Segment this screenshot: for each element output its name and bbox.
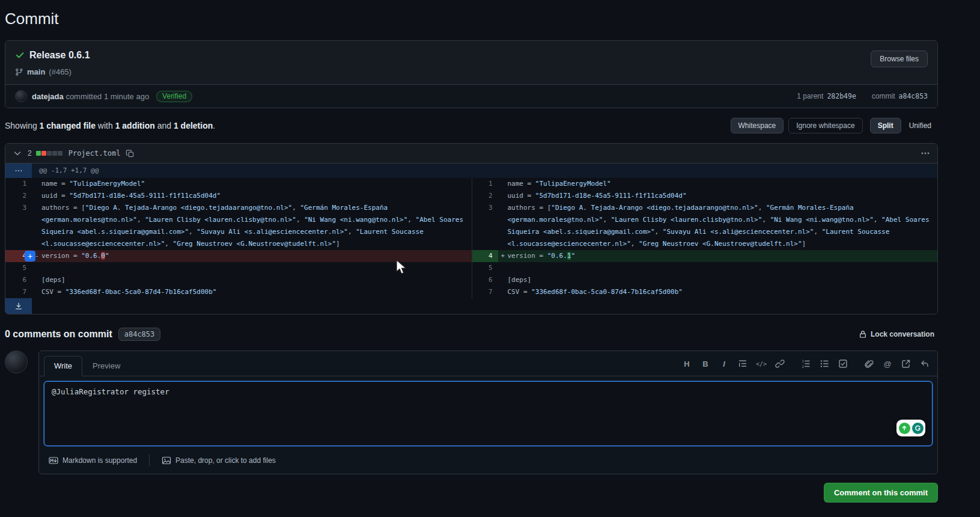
markdown-supported-link[interactable]: Markdown is supported [45,455,141,466]
collapse-file-chevron-icon[interactable] [11,147,23,159]
parent-label: 1 parent [797,92,823,100]
parent-sha-link[interactable]: 282b49e [827,92,856,100]
unified-view-button[interactable]: Unified [902,118,938,133]
comment-on-commit-button[interactable]: Comment on this commit [824,483,938,503]
attach-files-button[interactable]: Paste, drop, or click to add files [158,455,279,466]
diff-code-line[interactable]: name = "TulipaEnergyModel" [498,178,938,190]
code-icon[interactable]: </> [753,356,769,372]
diff-rows: 1name = "TulipaEnergyModel"1name = "Tuli… [5,178,937,298]
diffstat-square-deletion [41,151,46,156]
grammarly-logo-icon[interactable] [912,423,924,434]
diffstat-square-neutral [58,151,62,156]
diff-row: 4-version = "0.6.0"+4+version = "0.6.1" [5,250,937,262]
diff-code-line[interactable]: uuid = "5d7bd171-d18e-45a5-9111-f1f11ca5… [32,190,472,202]
verified-badge[interactable]: Verified [156,91,192,102]
svg-text:2: 2 [802,364,805,369]
diff-row: 2uuid = "5d7bd171-d18e-45a5-9111-f1f11ca… [5,190,937,202]
grammarly-apply-icon[interactable] [899,423,910,434]
composer-tabbar: Write Preview H B I </> 12 [39,351,937,376]
commit-page: Commit Release 0.6.1 main (#465) Browse … [5,10,938,517]
diff-line-number[interactable]: 5 [5,262,32,274]
diff-code-line[interactable]: [deps] [32,274,472,286]
cross-reference-icon[interactable] [898,356,914,372]
file-options-kebab-icon[interactable] [919,147,931,159]
diff-line-number[interactable]: 1 [5,178,32,190]
commit-time: committed 1 minute ago [65,92,149,101]
diff-file-header: 2 Project.toml [5,144,937,164]
comments-heading: 0 comments on commit [5,329,112,340]
diff-filename[interactable]: Project.toml [68,149,121,158]
bold-icon[interactable]: B [698,356,713,372]
diff-code-line[interactable]: uuid = "5d7bd171-d18e-45a5-9111-f1f11ca5… [498,190,938,202]
commit-title: Release 0.6.1 [29,50,90,61]
commit-top: Release 0.6.1 main (#465) Browse files [5,41,937,84]
diff-code-line[interactable] [498,262,938,274]
markdown-toolbar: H B I </> 12 [679,356,933,376]
diff-code-line[interactable]: CSV = "336ed68f-0bac-5ca0-87d4-7b16caf5d… [32,286,472,298]
ignore-whitespace-button[interactable]: Ignore whitespace [788,118,862,133]
add-line-comment-button[interactable]: + [25,251,35,262]
tab-write[interactable]: Write [44,356,82,376]
diff-line-number[interactable]: 3 [472,202,498,250]
hunk-header-row: @@ -1,7 +1,7 @@ [5,164,937,178]
tasklist-icon[interactable] [835,356,851,372]
split-view-button[interactable]: Split [870,118,901,133]
commit-label: commit [872,92,895,100]
diff-line-number[interactable]: 3 [5,202,32,250]
pull-request-ref[interactable]: (#465) [49,67,72,76]
commit-meta-bar: datejada committed 1 minute ago Verified… [5,84,937,108]
diff-code-line[interactable]: authors = ["Diego A. Tejada-Arango <dieg… [498,202,938,250]
numbered-list-icon[interactable]: 12 [798,356,814,372]
diffstat-square-neutral [52,151,57,156]
diff-code-line[interactable]: +version = "0.6.1" [498,250,938,262]
additions-count: 1 addition [115,121,155,130]
expand-down-icon[interactable] [5,298,32,314]
diff-code-line[interactable]: -version = "0.6.0"+ [32,250,472,262]
tab-preview[interactable]: Preview [82,356,130,376]
diff-expand-strip [5,298,937,314]
current-user-avatar[interactable] [5,350,28,373]
diff-line-number[interactable]: 4 [472,250,498,262]
svg-text:1: 1 [802,359,805,363]
unordered-list-icon[interactable] [817,356,832,372]
diff-line-number[interactable]: 5 [472,262,498,274]
diff-line-number[interactable]: 1 [472,178,498,190]
diff-code-line[interactable]: CSV = "336ed68f-0bac-5ca0-87d4-7b16caf5d… [498,286,938,298]
diff-code-line[interactable] [32,262,472,274]
quote-icon[interactable] [735,356,750,372]
expand-hunk-button[interactable] [5,164,32,178]
branch-name[interactable]: main [27,67,45,76]
diffstat-square-neutral [47,151,52,156]
browse-files-button[interactable]: Browse files [871,50,928,67]
diff-line-number[interactable]: 2 [5,190,32,202]
mention-icon[interactable]: @ [880,356,895,372]
git-branch-icon [15,68,23,76]
italic-icon[interactable]: I [716,356,732,372]
author-avatar[interactable] [15,90,27,102]
diff-row: 1name = "TulipaEnergyModel"1name = "Tuli… [5,178,937,190]
diffstat-square-addition [36,151,41,156]
commit-sha-badge[interactable]: a84c853 [118,328,161,341]
diff-line-number[interactable]: 2 [472,190,498,202]
diff-code-line[interactable]: [deps] [498,274,938,286]
diff-code-line[interactable]: authors = ["Diego A. Tejada-Arango <dieg… [32,202,472,250]
copy-filename-icon[interactable] [124,148,136,159]
commit-author[interactable]: datejada [32,92,64,101]
whitespace-button[interactable]: Whitespace [731,118,784,133]
diff-code-line[interactable]: name = "TulipaEnergyModel" [32,178,472,190]
diff-line-number[interactable]: 7 [472,286,498,298]
diff-line-number[interactable]: 7 [5,286,32,298]
diff-summary-text: Showing 1 changed file with 1 addition a… [5,121,215,130]
attach-file-icon[interactable] [861,356,877,372]
saved-replies-icon[interactable] [917,356,933,372]
link-icon[interactable] [772,356,788,372]
attach-files-label: Paste, drop, or click to add files [175,456,276,465]
heading-icon[interactable]: H [679,356,695,372]
diff-line-number[interactable]: 6 [472,274,498,286]
grammarly-widget-icon[interactable] [896,420,925,436]
comment-area: Write Preview H B I </> 12 [5,350,938,474]
diff-line-number[interactable]: 6 [5,274,32,286]
lock-conversation-label: Lock conversation [871,330,934,338]
lock-conversation-button[interactable]: Lock conversation [855,329,938,339]
comment-textarea[interactable]: @JuliaRegistrator register [44,381,933,446]
